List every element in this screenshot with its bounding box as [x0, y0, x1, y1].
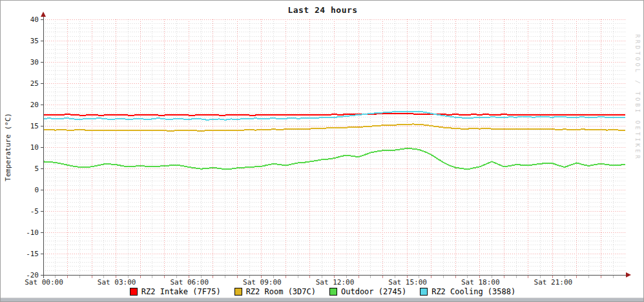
x-tick-label: Sat 15:00	[388, 278, 427, 285]
rrdtool-graph-window: Last 24 hours Temperature (°C) RRDTOOL /…	[0, 0, 644, 302]
x-tick-labels: Sat 00:00Sat 03:00Sat 06:00Sat 09:00Sat …	[25, 278, 572, 285]
x-tick-label: Sat 18:00	[461, 278, 500, 285]
y-tick-label: 35	[30, 37, 39, 45]
y-tick-label: 5	[34, 165, 39, 173]
y-tick-label: -15	[26, 250, 39, 258]
y-tick-label: 30	[30, 58, 39, 66]
legend-swatch-icon	[329, 288, 337, 296]
y-tick-label: 40	[30, 15, 39, 24]
y-tick-label: 20	[30, 101, 39, 109]
x-tick-label: Sat 12:00	[316, 278, 355, 285]
y-tick-label: 15	[30, 122, 39, 130]
y-tick-labels: -20-15-10-50510152025303540	[26, 15, 39, 279]
y-tick-label: 10	[30, 143, 39, 152]
legend-label: RZ2 Cooling (3588)	[431, 287, 515, 296]
legend-item-rz2-room: RZ2 Room (3D7C)	[234, 287, 316, 296]
axis-ticks	[41, 19, 613, 278]
legend-swatch-icon	[130, 288, 138, 296]
legend-swatch-icon	[420, 288, 428, 296]
y-tick-label: -5	[30, 207, 39, 216]
x-tick-label: Sat 06:00	[170, 278, 209, 285]
legend-item-rz2-intake: RZ2 Intake (7F75)	[130, 287, 221, 296]
y-tick-label: -10	[26, 228, 39, 237]
axes	[41, 12, 631, 278]
legend-item-rz2-cooling: RZ2 Cooling (3588)	[420, 287, 515, 296]
legend-item-outdoor: Outdoor (2745)	[329, 287, 406, 296]
legend-swatch-icon	[234, 288, 242, 296]
legend-label: Outdoor (2745)	[341, 287, 406, 296]
x-tick-label: Sat 21:00	[534, 278, 573, 285]
y-tick-label: 0	[34, 186, 39, 194]
temperature-plot: -20-15-10-50510152025303540Sat 00:00Sat …	[1, 1, 644, 285]
legend-label: RZ2 Intake (7F75)	[141, 287, 221, 296]
window-bottom-bar	[1, 297, 644, 301]
legend-label: RZ2 Room (3D7C)	[246, 287, 316, 296]
x-tick-label: Sat 03:00	[98, 278, 136, 285]
chart-legend: RZ2 Intake (7F75) RZ2 Room (3D7C) Outdoo…	[1, 287, 644, 296]
y-tick-label: 25	[30, 79, 39, 88]
x-tick-label: Sat 00:00	[25, 278, 63, 285]
series-rz2-intake-7f75	[43, 114, 625, 116]
x-tick-label: Sat 09:00	[243, 278, 282, 285]
